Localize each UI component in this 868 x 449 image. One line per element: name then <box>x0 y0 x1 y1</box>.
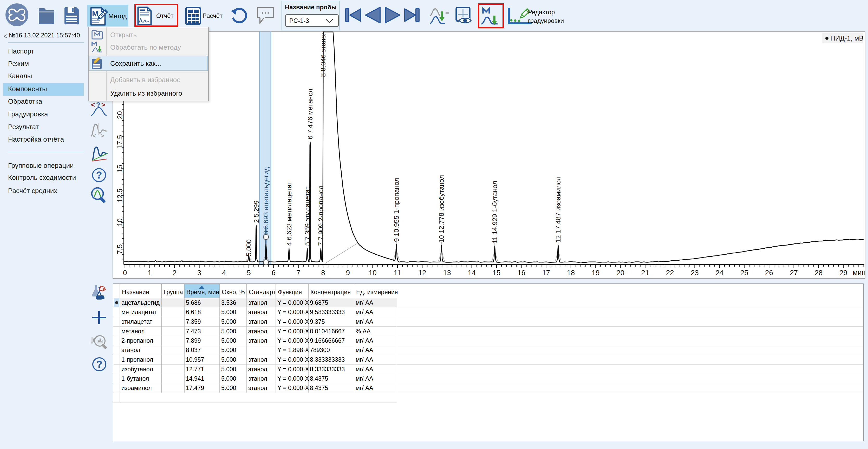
svg-text:0: 0 <box>123 269 127 277</box>
svg-text:29: 29 <box>839 269 847 277</box>
svg-text:>: > <box>101 101 105 108</box>
svg-text:8 8.046 этанол: 8 8.046 этанол <box>319 31 327 77</box>
svg-text:>: > <box>101 132 104 138</box>
svg-text:14: 14 <box>468 269 476 277</box>
svg-text:9 10.955 1-пропанол: 9 10.955 1-пропанол <box>393 178 400 242</box>
svg-text:ПИД-1, мВ: ПИД-1, мВ <box>830 34 864 42</box>
svg-text:10: 10 <box>116 219 124 227</box>
svg-text:10: 10 <box>369 269 377 277</box>
svg-text:21: 21 <box>641 269 649 277</box>
svg-text:М: М <box>92 9 98 18</box>
svg-text:20: 20 <box>116 111 124 119</box>
svg-text:5 7.359 этилацетат: 5 7.359 этилацетат <box>303 187 311 246</box>
svg-text:5: 5 <box>247 269 251 277</box>
svg-text:17: 17 <box>542 269 550 277</box>
svg-text:11 14.929 1-бутанол: 11 14.929 1-бутанол <box>491 181 499 244</box>
svg-text:3 5.693 ацетальдегид: 3 5.693 ацетальдегид <box>262 167 270 235</box>
svg-text:19: 19 <box>592 269 600 277</box>
svg-text:4 6.623 метилацетат: 4 6.623 метилацетат <box>285 182 293 246</box>
svg-text:15: 15 <box>116 165 124 173</box>
svg-text:15: 15 <box>493 269 501 277</box>
svg-text:12 17.487 изоамилол: 12 17.487 изоамилол <box>554 177 562 243</box>
svg-text:12.5: 12.5 <box>116 189 124 203</box>
svg-text:16: 16 <box>517 269 525 277</box>
svg-text:18: 18 <box>567 269 575 277</box>
svg-text:7: 7 <box>296 269 300 277</box>
svg-text:24: 24 <box>716 269 724 277</box>
svg-text:20: 20 <box>616 269 624 277</box>
svg-text:8: 8 <box>321 269 325 277</box>
svg-text:3: 3 <box>197 269 201 277</box>
svg-text:?: ? <box>96 359 102 370</box>
svg-text:7.5: 7.5 <box>116 244 124 254</box>
svg-text:6: 6 <box>272 269 276 277</box>
svg-text:22: 22 <box>666 269 674 277</box>
svg-text:2: 2 <box>173 269 177 277</box>
svg-text:<: < <box>93 132 96 138</box>
svg-text:26: 26 <box>765 269 773 277</box>
svg-text:6 7.476 метанол: 6 7.476 метанол <box>306 89 314 139</box>
svg-text:9: 9 <box>346 269 350 277</box>
svg-text:28: 28 <box>815 269 823 277</box>
svg-text:4: 4 <box>222 269 226 277</box>
svg-text:11: 11 <box>394 269 401 277</box>
svg-text:25: 25 <box>740 269 748 277</box>
svg-text:мин: мин <box>852 269 865 277</box>
svg-text:13: 13 <box>443 269 451 277</box>
svg-text:?: ? <box>96 170 102 181</box>
svg-text:1 5.000: 1 5.000 <box>245 239 253 262</box>
svg-text:<: < <box>91 101 95 108</box>
svg-text:17.5: 17.5 <box>116 135 124 149</box>
svg-text:12: 12 <box>418 269 426 277</box>
svg-text:27: 27 <box>790 269 798 277</box>
svg-text:10 12.778 изобутанол: 10 12.778 изобутанол <box>437 175 445 243</box>
svg-text:7 7.909 2-пропанол: 7 7.909 2-пропанол <box>317 186 325 246</box>
svg-text:2 5.299: 2 5.299 <box>252 200 260 223</box>
svg-text:23: 23 <box>691 269 699 277</box>
svg-text:1: 1 <box>148 269 152 277</box>
